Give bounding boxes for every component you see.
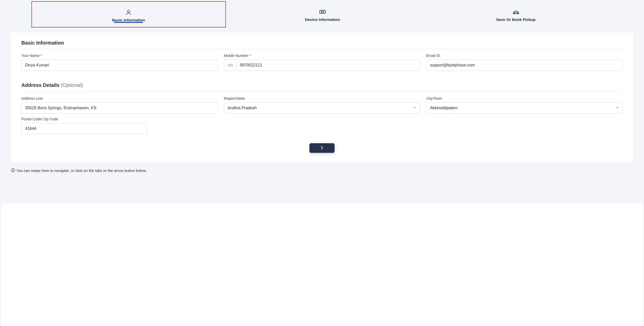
mobile-label: Mobile Number * — [224, 54, 420, 58]
svg-point-0 — [128, 10, 130, 12]
postal-input[interactable] — [21, 123, 147, 134]
name-label: Your Name * — [21, 54, 218, 58]
svg-point-4 — [517, 13, 518, 14]
active-tab-underline — [114, 22, 143, 23]
hint-text: You can swipe here to navigate, or click… — [11, 168, 633, 173]
city-label: City/Town — [426, 96, 623, 100]
city-select[interactable] — [426, 102, 623, 114]
form-card: Basic Information Your Name * Mobile Num… — [10, 32, 634, 163]
region-label: Region/State — [224, 96, 420, 100]
svg-rect-2 — [321, 11, 324, 13]
info-icon — [11, 168, 15, 173]
chevron-right-icon — [319, 145, 325, 151]
postal-label: Postal Code/ Zip Code — [21, 117, 147, 121]
person-icon — [125, 8, 133, 16]
car-icon — [512, 8, 520, 16]
email-input[interactable] — [426, 60, 623, 71]
tab-label: Save Or Book Pickup — [496, 17, 536, 22]
svg-point-6 — [13, 171, 13, 171]
tab-label: Device Information — [305, 17, 340, 22]
address-line-input[interactable] — [21, 102, 218, 114]
tab-device-information[interactable]: Device Information — [226, 1, 419, 27]
address-details-title: Address Details (Optional) — [21, 82, 623, 91]
basic-info-title: Basic Information — [21, 40, 623, 49]
tab-save-or-book-pickup[interactable]: Save Or Book Pickup — [419, 1, 613, 27]
svg-rect-1 — [320, 10, 326, 14]
mobile-input[interactable] — [236, 60, 420, 71]
region-select[interactable] — [224, 102, 420, 114]
email-label: Email ID — [426, 54, 623, 58]
name-input[interactable] — [21, 60, 218, 71]
svg-point-3 — [514, 13, 515, 14]
ticket-icon — [318, 8, 327, 16]
tab-basic-information[interactable]: Basic Information — [31, 1, 226, 27]
phone-country-code[interactable]: +91 — [224, 60, 236, 71]
address-line-label: Address Line — [21, 96, 218, 100]
step-tabs: Basic Information Device Information — [1, 1, 643, 27]
next-button[interactable] — [309, 143, 335, 153]
